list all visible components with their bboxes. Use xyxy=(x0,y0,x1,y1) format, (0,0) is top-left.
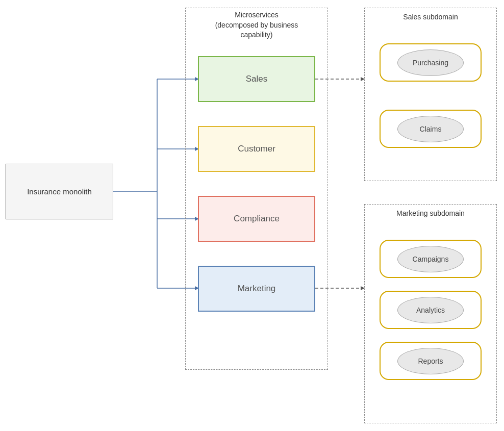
sales-subdomain-title-label: Sales subdomain xyxy=(403,13,458,21)
service-sales-label: Sales xyxy=(246,74,268,84)
monolith-box: Insurance monolith xyxy=(6,164,113,219)
claims-label: Claims xyxy=(420,125,442,133)
microservices-line3: capability) xyxy=(240,31,272,39)
service-customer-label: Customer xyxy=(238,144,275,154)
subdomain-oval-campaigns: Campaigns xyxy=(397,246,464,272)
subdomain-item-reports: Reports xyxy=(380,342,482,380)
subdomain-item-campaigns: Campaigns xyxy=(380,240,482,278)
marketing-subdomain-title-label: Marketing subdomain xyxy=(396,209,465,217)
subdomain-oval-claims: Claims xyxy=(397,116,464,142)
service-box-customer: Customer xyxy=(198,126,315,172)
subdomain-oval-reports: Reports xyxy=(397,348,464,374)
subdomain-item-purchasing: Purchasing xyxy=(380,43,482,82)
service-box-compliance: Compliance xyxy=(198,196,315,242)
monolith-label: Insurance monolith xyxy=(27,187,92,196)
microservices-line1: Microservices xyxy=(235,11,279,19)
service-box-marketing: Marketing xyxy=(198,266,315,312)
sales-subdomain-title: Sales subdomain xyxy=(364,13,497,21)
service-compliance-label: Compliance xyxy=(234,214,280,224)
analytics-label: Analytics xyxy=(416,306,445,314)
subdomain-oval-analytics: Analytics xyxy=(397,297,464,323)
subdomain-oval-purchasing: Purchasing xyxy=(397,49,464,76)
sales-subdomain-container xyxy=(364,8,497,181)
microservices-title: Microservices (decomposed by business ca… xyxy=(185,10,328,40)
service-marketing-label: Marketing xyxy=(238,284,276,294)
campaigns-label: Campaigns xyxy=(413,255,449,263)
marketing-subdomain-title: Marketing subdomain xyxy=(364,209,497,217)
subdomain-item-analytics: Analytics xyxy=(380,291,482,329)
diagram-container: Insurance monolith Microservices (decomp… xyxy=(0,0,504,431)
microservices-line2: (decomposed by business xyxy=(215,21,298,29)
purchasing-label: Purchasing xyxy=(413,59,448,67)
subdomain-item-claims: Claims xyxy=(380,110,482,148)
reports-label: Reports xyxy=(418,357,443,365)
service-box-sales: Sales xyxy=(198,56,315,102)
